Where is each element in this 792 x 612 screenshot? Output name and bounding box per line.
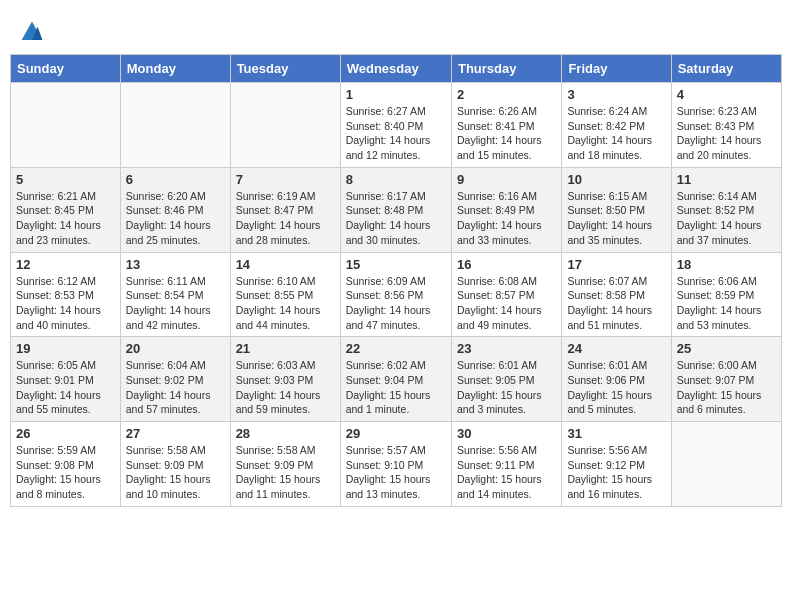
day-number: 15 bbox=[346, 257, 446, 272]
calendar-cell: 3Sunrise: 6:24 AM Sunset: 8:42 PM Daylig… bbox=[562, 83, 671, 168]
day-number: 24 bbox=[567, 341, 665, 356]
day-number: 17 bbox=[567, 257, 665, 272]
calendar-cell: 1Sunrise: 6:27 AM Sunset: 8:40 PM Daylig… bbox=[340, 83, 451, 168]
calendar-cell: 24Sunrise: 6:01 AM Sunset: 9:06 PM Dayli… bbox=[562, 337, 671, 422]
day-number: 9 bbox=[457, 172, 556, 187]
calendar-cell bbox=[11, 83, 121, 168]
calendar-cell: 4Sunrise: 6:23 AM Sunset: 8:43 PM Daylig… bbox=[671, 83, 781, 168]
day-info: Sunrise: 6:09 AM Sunset: 8:56 PM Dayligh… bbox=[346, 274, 446, 333]
day-info: Sunrise: 6:06 AM Sunset: 8:59 PM Dayligh… bbox=[677, 274, 776, 333]
day-info: Sunrise: 6:01 AM Sunset: 9:06 PM Dayligh… bbox=[567, 358, 665, 417]
calendar-week-row: 12Sunrise: 6:12 AM Sunset: 8:53 PM Dayli… bbox=[11, 252, 782, 337]
day-number: 23 bbox=[457, 341, 556, 356]
day-number: 4 bbox=[677, 87, 776, 102]
calendar-cell: 18Sunrise: 6:06 AM Sunset: 8:59 PM Dayli… bbox=[671, 252, 781, 337]
day-info: Sunrise: 6:16 AM Sunset: 8:49 PM Dayligh… bbox=[457, 189, 556, 248]
day-info: Sunrise: 5:56 AM Sunset: 9:11 PM Dayligh… bbox=[457, 443, 556, 502]
calendar-cell: 31Sunrise: 5:56 AM Sunset: 9:12 PM Dayli… bbox=[562, 422, 671, 507]
day-info: Sunrise: 5:57 AM Sunset: 9:10 PM Dayligh… bbox=[346, 443, 446, 502]
day-info: Sunrise: 5:59 AM Sunset: 9:08 PM Dayligh… bbox=[16, 443, 115, 502]
day-number: 25 bbox=[677, 341, 776, 356]
calendar-body: 1Sunrise: 6:27 AM Sunset: 8:40 PM Daylig… bbox=[11, 83, 782, 507]
calendar-week-row: 26Sunrise: 5:59 AM Sunset: 9:08 PM Dayli… bbox=[11, 422, 782, 507]
calendar-cell bbox=[230, 83, 340, 168]
column-header-saturday: Saturday bbox=[671, 55, 781, 83]
day-number: 29 bbox=[346, 426, 446, 441]
day-number: 2 bbox=[457, 87, 556, 102]
day-info: Sunrise: 6:00 AM Sunset: 9:07 PM Dayligh… bbox=[677, 358, 776, 417]
calendar-cell: 2Sunrise: 6:26 AM Sunset: 8:41 PM Daylig… bbox=[451, 83, 561, 168]
day-number: 13 bbox=[126, 257, 225, 272]
day-info: Sunrise: 6:11 AM Sunset: 8:54 PM Dayligh… bbox=[126, 274, 225, 333]
day-info: Sunrise: 6:21 AM Sunset: 8:45 PM Dayligh… bbox=[16, 189, 115, 248]
day-info: Sunrise: 6:05 AM Sunset: 9:01 PM Dayligh… bbox=[16, 358, 115, 417]
calendar-week-row: 1Sunrise: 6:27 AM Sunset: 8:40 PM Daylig… bbox=[11, 83, 782, 168]
day-number: 12 bbox=[16, 257, 115, 272]
calendar-cell: 8Sunrise: 6:17 AM Sunset: 8:48 PM Daylig… bbox=[340, 167, 451, 252]
day-info: Sunrise: 6:12 AM Sunset: 8:53 PM Dayligh… bbox=[16, 274, 115, 333]
day-number: 7 bbox=[236, 172, 335, 187]
day-number: 20 bbox=[126, 341, 225, 356]
page-header bbox=[10, 10, 782, 49]
day-info: Sunrise: 5:56 AM Sunset: 9:12 PM Dayligh… bbox=[567, 443, 665, 502]
calendar-cell: 20Sunrise: 6:04 AM Sunset: 9:02 PM Dayli… bbox=[120, 337, 230, 422]
day-number: 26 bbox=[16, 426, 115, 441]
day-info: Sunrise: 6:08 AM Sunset: 8:57 PM Dayligh… bbox=[457, 274, 556, 333]
day-number: 5 bbox=[16, 172, 115, 187]
day-info: Sunrise: 6:03 AM Sunset: 9:03 PM Dayligh… bbox=[236, 358, 335, 417]
day-info: Sunrise: 6:23 AM Sunset: 8:43 PM Dayligh… bbox=[677, 104, 776, 163]
calendar-cell: 14Sunrise: 6:10 AM Sunset: 8:55 PM Dayli… bbox=[230, 252, 340, 337]
column-header-thursday: Thursday bbox=[451, 55, 561, 83]
calendar-cell: 13Sunrise: 6:11 AM Sunset: 8:54 PM Dayli… bbox=[120, 252, 230, 337]
column-header-friday: Friday bbox=[562, 55, 671, 83]
calendar-cell: 7Sunrise: 6:19 AM Sunset: 8:47 PM Daylig… bbox=[230, 167, 340, 252]
day-number: 18 bbox=[677, 257, 776, 272]
day-info: Sunrise: 6:02 AM Sunset: 9:04 PM Dayligh… bbox=[346, 358, 446, 417]
day-info: Sunrise: 5:58 AM Sunset: 9:09 PM Dayligh… bbox=[126, 443, 225, 502]
day-number: 1 bbox=[346, 87, 446, 102]
day-info: Sunrise: 6:01 AM Sunset: 9:05 PM Dayligh… bbox=[457, 358, 556, 417]
calendar-cell: 19Sunrise: 6:05 AM Sunset: 9:01 PM Dayli… bbox=[11, 337, 121, 422]
calendar-cell: 22Sunrise: 6:02 AM Sunset: 9:04 PM Dayli… bbox=[340, 337, 451, 422]
calendar-cell: 23Sunrise: 6:01 AM Sunset: 9:05 PM Dayli… bbox=[451, 337, 561, 422]
day-info: Sunrise: 6:20 AM Sunset: 8:46 PM Dayligh… bbox=[126, 189, 225, 248]
day-info: Sunrise: 6:17 AM Sunset: 8:48 PM Dayligh… bbox=[346, 189, 446, 248]
logo bbox=[20, 20, 46, 44]
day-number: 3 bbox=[567, 87, 665, 102]
calendar-cell: 17Sunrise: 6:07 AM Sunset: 8:58 PM Dayli… bbox=[562, 252, 671, 337]
day-number: 27 bbox=[126, 426, 225, 441]
day-info: Sunrise: 6:26 AM Sunset: 8:41 PM Dayligh… bbox=[457, 104, 556, 163]
day-number: 22 bbox=[346, 341, 446, 356]
calendar-cell: 16Sunrise: 6:08 AM Sunset: 8:57 PM Dayli… bbox=[451, 252, 561, 337]
day-info: Sunrise: 6:10 AM Sunset: 8:55 PM Dayligh… bbox=[236, 274, 335, 333]
column-header-tuesday: Tuesday bbox=[230, 55, 340, 83]
calendar-week-row: 5Sunrise: 6:21 AM Sunset: 8:45 PM Daylig… bbox=[11, 167, 782, 252]
day-info: Sunrise: 5:58 AM Sunset: 9:09 PM Dayligh… bbox=[236, 443, 335, 502]
calendar-week-row: 19Sunrise: 6:05 AM Sunset: 9:01 PM Dayli… bbox=[11, 337, 782, 422]
day-info: Sunrise: 6:04 AM Sunset: 9:02 PM Dayligh… bbox=[126, 358, 225, 417]
day-number: 19 bbox=[16, 341, 115, 356]
calendar-cell: 27Sunrise: 5:58 AM Sunset: 9:09 PM Dayli… bbox=[120, 422, 230, 507]
day-info: Sunrise: 6:19 AM Sunset: 8:47 PM Dayligh… bbox=[236, 189, 335, 248]
calendar-cell: 30Sunrise: 5:56 AM Sunset: 9:11 PM Dayli… bbox=[451, 422, 561, 507]
logo-icon bbox=[20, 20, 44, 44]
day-number: 14 bbox=[236, 257, 335, 272]
calendar-cell: 5Sunrise: 6:21 AM Sunset: 8:45 PM Daylig… bbox=[11, 167, 121, 252]
calendar-cell: 11Sunrise: 6:14 AM Sunset: 8:52 PM Dayli… bbox=[671, 167, 781, 252]
day-number: 21 bbox=[236, 341, 335, 356]
calendar-cell: 21Sunrise: 6:03 AM Sunset: 9:03 PM Dayli… bbox=[230, 337, 340, 422]
calendar-cell: 10Sunrise: 6:15 AM Sunset: 8:50 PM Dayli… bbox=[562, 167, 671, 252]
column-header-monday: Monday bbox=[120, 55, 230, 83]
day-number: 8 bbox=[346, 172, 446, 187]
column-header-sunday: Sunday bbox=[11, 55, 121, 83]
calendar-cell: 12Sunrise: 6:12 AM Sunset: 8:53 PM Dayli… bbox=[11, 252, 121, 337]
calendar-cell bbox=[671, 422, 781, 507]
day-number: 28 bbox=[236, 426, 335, 441]
day-info: Sunrise: 6:07 AM Sunset: 8:58 PM Dayligh… bbox=[567, 274, 665, 333]
day-number: 30 bbox=[457, 426, 556, 441]
calendar-cell: 15Sunrise: 6:09 AM Sunset: 8:56 PM Dayli… bbox=[340, 252, 451, 337]
calendar-table: SundayMondayTuesdayWednesdayThursdayFrid… bbox=[10, 54, 782, 507]
day-info: Sunrise: 6:24 AM Sunset: 8:42 PM Dayligh… bbox=[567, 104, 665, 163]
day-info: Sunrise: 6:15 AM Sunset: 8:50 PM Dayligh… bbox=[567, 189, 665, 248]
calendar-header-row: SundayMondayTuesdayWednesdayThursdayFrid… bbox=[11, 55, 782, 83]
